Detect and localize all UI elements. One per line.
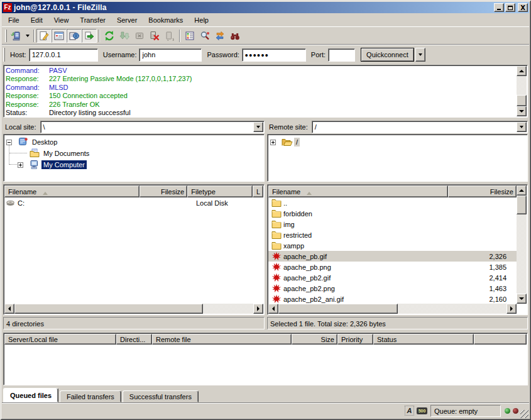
quickconnect-button[interactable]: Quickconnect — [361, 48, 414, 62]
local-list-hscrollbar[interactable] — [4, 304, 263, 314]
file-name: restricted — [282, 231, 312, 239]
expand-icon[interactable] — [18, 162, 23, 168]
local-site-combo[interactable]: \ — [40, 121, 265, 133]
column-header-filename[interactable]: Filename — [4, 185, 140, 197]
menu-bookmarks[interactable]: Bookmarks — [143, 14, 189, 26]
port-input[interactable] — [328, 48, 355, 62]
menu-file[interactable]: File — [3, 14, 25, 26]
file-row[interactable]: img — [268, 219, 517, 229]
remote-list-vscrollbar[interactable] — [517, 185, 527, 304]
file-size: 1,385 — [469, 263, 506, 271]
log-scrollbar[interactable] — [517, 66, 527, 116]
menu-view[interactable]: View — [48, 14, 75, 26]
file-row-selected[interactable]: apache_pb.gif 2,326 — [268, 251, 517, 262]
expand-icon[interactable] — [270, 140, 276, 145]
file-row[interactable]: apache_pb2.gif 2,414 — [268, 272, 517, 283]
combo-dropdown-button[interactable] — [253, 122, 263, 132]
tab-successful-transfers[interactable]: Successful transfers — [123, 390, 199, 402]
tab-label: Successful transfers — [129, 393, 192, 401]
tree-item-my-computer[interactable]: My Computer — [4, 159, 264, 170]
site-manager-button[interactable] — [8, 29, 23, 43]
scroll-right-button[interactable] — [506, 304, 517, 314]
find-files-button[interactable] — [227, 29, 243, 43]
transfer-type-indicator[interactable]: A — [405, 406, 414, 416]
menu-edit[interactable]: Edit — [25, 14, 48, 26]
refresh-button[interactable] — [102, 29, 117, 43]
maximize-button[interactable] — [505, 3, 515, 12]
toggle-local-pane-button[interactable] — [52, 29, 67, 43]
column-header-filetype[interactable]: Filetype — [187, 185, 253, 197]
column-header-size[interactable]: Size — [292, 334, 337, 345]
column-header-filesize[interactable]: Filesize — [140, 185, 188, 197]
scrollbar-thumb[interactable] — [517, 95, 527, 106]
remote-status-bar: Selected 1 file. Total size: 2,326 bytes — [267, 317, 528, 329]
synchronized-browsing-button[interactable] — [212, 29, 227, 43]
directory-comparison-button[interactable] — [197, 29, 212, 43]
scroll-right-button[interactable] — [253, 304, 263, 314]
close-icon: X — [520, 4, 525, 11]
toggle-queue-button[interactable] — [82, 29, 97, 43]
scrollbar-thumb[interactable] — [278, 304, 398, 314]
remote-site-combo[interactable]: / — [312, 121, 528, 133]
quickconnect-dropdown[interactable] — [415, 48, 425, 62]
menu-transfer[interactable]: Transfer — [74, 14, 111, 26]
scroll-down-button[interactable] — [517, 294, 527, 304]
speed-limit-icon[interactable]: 500 — [417, 407, 427, 414]
scroll-left-button[interactable] — [268, 304, 278, 314]
tab-queued-files[interactable]: Queued files — [3, 388, 58, 402]
remote-list-hscrollbar[interactable] — [268, 304, 517, 314]
file-row[interactable]: forbidden — [268, 208, 517, 219]
file-row-c-drive[interactable]: C: Local Disk — [4, 197, 263, 208]
toggle-remote-pane-button[interactable] — [67, 29, 82, 43]
file-name: apache_pb2.gif — [282, 274, 331, 282]
local-pane-icon — [54, 31, 64, 41]
tab-failed-transfers[interactable]: Failed transfers — [60, 390, 121, 402]
column-header-remote-file[interactable]: Remote file — [152, 334, 292, 345]
remote-list-header: Filename Filesize — [268, 185, 517, 197]
file-name: apache_pb.png — [282, 263, 331, 271]
collapse-icon[interactable] — [6, 140, 12, 145]
cancel-button[interactable] — [132, 29, 147, 43]
file-row[interactable]: .. — [268, 197, 517, 208]
quickconnect-button-label: Quickconnect — [366, 51, 408, 58]
scroll-down-button[interactable] — [517, 106, 527, 116]
column-header-filename[interactable]: Filename — [268, 185, 448, 197]
tree-item-desktop[interactable]: Desktop — [4, 136, 264, 148]
scroll-left-button[interactable] — [4, 304, 14, 314]
disconnect-button[interactable] — [147, 29, 162, 43]
scrollbar-track[interactable] — [203, 304, 253, 314]
column-header-lastmodified[interactable]: L — [253, 185, 263, 197]
reconnect-button[interactable] — [162, 29, 177, 43]
password-input[interactable]: •••••• — [242, 48, 306, 62]
toggle-message-log-button[interactable] — [36, 29, 52, 43]
file-row[interactable]: apache_pb.png 1,385 — [268, 262, 517, 272]
scrollbar-track[interactable] — [398, 304, 506, 314]
menu-help[interactable]: Help — [189, 14, 214, 26]
file-row[interactable]: apache_pb2_ani.gif 2,160 — [268, 294, 517, 304]
file-row[interactable]: apache_pb2.png 1,463 — [268, 283, 517, 294]
column-header-status[interactable]: Status — [373, 334, 474, 345]
column-header-priority[interactable]: Priority — [337, 334, 373, 345]
scroll-up-button[interactable] — [517, 66, 527, 76]
resize-grip[interactable] — [520, 410, 528, 418]
column-header-filesize[interactable]: Filesize — [448, 185, 517, 197]
file-row[interactable]: xampp — [268, 240, 517, 251]
site-manager-dropdown[interactable] — [23, 29, 31, 43]
process-queue-icon — [119, 31, 129, 41]
file-row[interactable]: restricted — [268, 229, 517, 240]
filter-button[interactable] — [182, 29, 197, 43]
column-header-direction[interactable]: Directi... — [116, 334, 152, 345]
scroll-up-button[interactable] — [517, 185, 527, 196]
process-queue-button[interactable] — [117, 29, 132, 43]
host-input[interactable]: 127.0.0.1 — [29, 48, 98, 62]
scrollbar-thumb[interactable] — [14, 304, 203, 314]
minimize-button[interactable] — [494, 3, 504, 12]
menu-server[interactable]: Server — [111, 14, 143, 26]
username-input[interactable]: john — [139, 48, 202, 62]
scrollbar-thumb[interactable] — [517, 196, 527, 214]
tree-item-my-documents[interactable]: My Documents — [4, 148, 264, 159]
tree-item-root[interactable]: / — [268, 136, 527, 148]
combo-dropdown-button[interactable] — [517, 122, 527, 132]
close-button[interactable]: X — [518, 3, 528, 12]
column-header-server-local-file[interactable]: Server/Local file — [4, 334, 116, 345]
